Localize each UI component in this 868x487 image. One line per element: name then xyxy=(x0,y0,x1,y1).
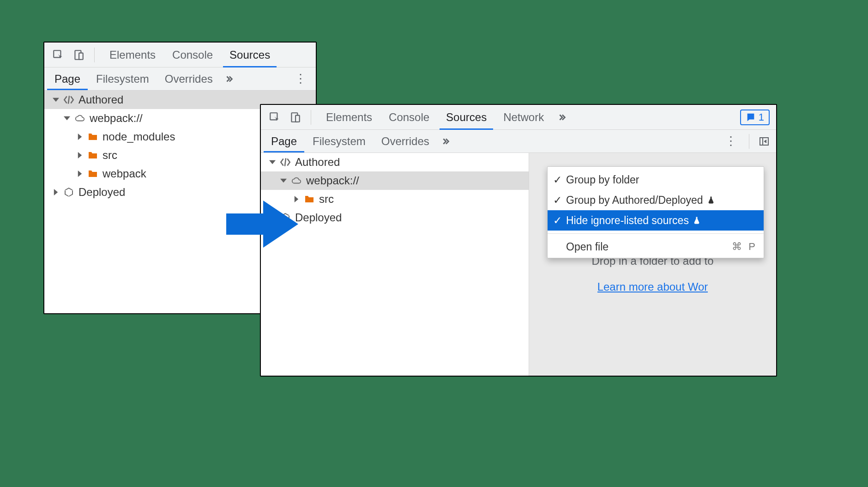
arrow-icon xyxy=(226,199,300,250)
separator xyxy=(94,48,95,62)
tab-elements[interactable]: Elements xyxy=(318,105,380,129)
folder-icon xyxy=(303,193,315,205)
cube-icon xyxy=(63,186,75,198)
cloud-icon xyxy=(290,175,302,187)
learn-more-link[interactable]: Learn more about Wor xyxy=(597,280,708,293)
tree-webpack[interactable]: webpack:// xyxy=(261,171,529,190)
sources-subtabs: Page Filesystem Overrides ⋮ xyxy=(44,67,316,91)
subtab-overrides[interactable]: Overrides xyxy=(374,130,437,152)
check-icon: ✓ xyxy=(552,174,562,186)
tree-label: webpack xyxy=(102,167,146,180)
kebab-menu-icon[interactable]: ⋮ xyxy=(288,72,313,86)
sources-subtabs: Page Filesystem Overrides ⋮ xyxy=(261,130,776,153)
tree-label: Deployed xyxy=(295,211,342,224)
tree-label: Deployed xyxy=(78,186,125,199)
collapse-pane-icon[interactable] xyxy=(755,132,773,151)
more-tabs-icon[interactable] xyxy=(221,70,237,88)
separator xyxy=(749,134,749,149)
more-tabs-icon[interactable] xyxy=(438,132,453,151)
tab-network[interactable]: Network xyxy=(495,105,552,129)
tab-sources[interactable]: Sources xyxy=(438,105,495,129)
chevron-down-icon xyxy=(53,97,59,103)
issues-badge[interactable]: 1 xyxy=(740,110,770,125)
chevron-down-icon xyxy=(269,159,276,165)
subtab-filesystem[interactable]: Filesystem xyxy=(89,67,157,90)
device-toggle-icon[interactable] xyxy=(286,108,304,127)
flask-icon xyxy=(707,196,715,204)
subtab-page[interactable]: Page xyxy=(47,67,88,90)
tree-deployed[interactable]: Deployed xyxy=(261,208,529,227)
toolbar: Elements Console Sources xyxy=(44,43,316,67)
inspect-icon[interactable] xyxy=(265,108,284,127)
file-tree: Authored webpack:// src Deployed xyxy=(261,153,529,376)
menu-open-file[interactable]: Open file ⌘ P xyxy=(548,237,764,257)
subtab-filesystem[interactable]: Filesystem xyxy=(305,130,373,152)
main-tabs: Elements Console Sources Network xyxy=(318,105,552,129)
tree-src[interactable]: src xyxy=(261,190,529,208)
menu-label: Group by Authored/Deployed xyxy=(566,194,703,207)
menu-group-by-authored[interactable]: ✓ Group by Authored/Deployed xyxy=(548,190,764,210)
brackets-icon xyxy=(279,156,291,168)
folder-icon xyxy=(87,149,99,161)
main-tabs: Elements Console Sources xyxy=(101,43,278,67)
menu-label: Group by folder xyxy=(566,174,639,186)
brackets-icon xyxy=(63,94,75,106)
separator xyxy=(311,110,311,125)
tree-label: src xyxy=(102,149,117,162)
toolbar: Elements Console Sources Network 1 xyxy=(261,105,776,130)
svg-rect-2 xyxy=(79,53,83,59)
check-icon: ✓ xyxy=(552,194,562,207)
menu-label: Open file xyxy=(566,241,609,253)
menu-hide-ignore-listed[interactable]: ✓ Hide ignore-listed sources xyxy=(548,210,764,231)
chevron-right-icon xyxy=(77,134,83,140)
chevron-right-icon xyxy=(77,170,83,177)
kebab-menu-icon[interactable]: ⋮ xyxy=(718,134,743,148)
more-tabs-icon[interactable] xyxy=(554,108,570,127)
menu-label: Hide ignore-listed sources xyxy=(566,214,689,227)
flask-icon xyxy=(693,216,701,225)
tree-label: node_modules xyxy=(102,130,175,143)
menu-shortcut: ⌘ P xyxy=(732,241,757,253)
device-toggle-icon[interactable] xyxy=(69,46,88,64)
tab-elements[interactable]: Elements xyxy=(101,43,164,67)
tab-console[interactable]: Console xyxy=(380,105,438,129)
tree-authored[interactable]: Authored xyxy=(261,153,529,171)
chevron-right-icon xyxy=(77,152,83,158)
tree-label: Authored xyxy=(78,93,123,106)
chevron-down-icon xyxy=(280,177,287,184)
tree-label: webpack:// xyxy=(90,112,143,125)
tree-label: webpack:// xyxy=(306,174,359,187)
options-dropdown: ✓ Group by folder ✓ Group by Authored/De… xyxy=(547,166,764,258)
badge-count: 1 xyxy=(759,111,764,123)
subtab-page[interactable]: Page xyxy=(264,130,304,152)
menu-separator xyxy=(548,233,764,234)
tree-label: src xyxy=(319,193,334,206)
tree-label: Authored xyxy=(295,156,340,169)
folder-icon xyxy=(87,168,99,180)
inspect-icon[interactable] xyxy=(49,46,67,64)
chevron-down-icon xyxy=(64,115,70,122)
tab-sources[interactable]: Sources xyxy=(221,43,278,67)
check-icon: ✓ xyxy=(552,214,562,227)
svg-rect-5 xyxy=(295,115,300,122)
subtab-overrides[interactable]: Overrides xyxy=(157,67,220,90)
chevron-right-icon xyxy=(53,189,59,195)
tab-console[interactable]: Console xyxy=(164,43,221,67)
cloud-icon xyxy=(74,112,86,124)
menu-group-by-folder[interactable]: ✓ Group by folder xyxy=(548,170,764,190)
folder-icon xyxy=(87,131,99,143)
